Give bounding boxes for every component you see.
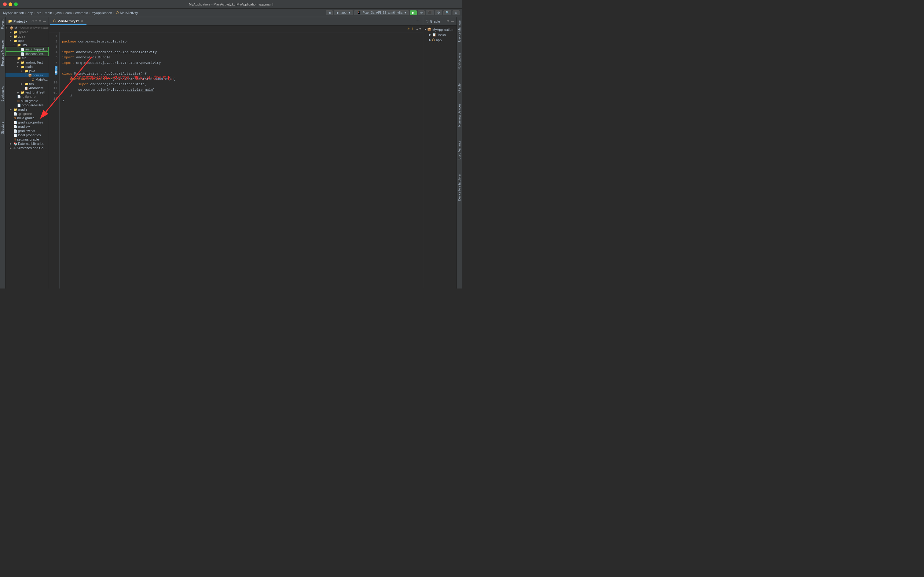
gradle-app-item[interactable]: ▶ ⬡ app [424, 37, 455, 42]
main-layout: Project Resource Manager Bookmarks Struc… [0, 17, 462, 288]
tree-item-idea[interactable]: ▶ 📁 .idea [5, 34, 48, 39]
gradle-myapplication[interactable]: ▾ 📦 MyApplication [424, 27, 455, 32]
build-variants-tab[interactable]: Build Variants [457, 139, 462, 162]
tree-item-myapplication[interactable]: ▾ 📦 MyApplication ~/Documents/workspace [5, 26, 48, 30]
search-button[interactable]: 🔍 [443, 10, 451, 15]
tree-item-androidtest[interactable]: ▶ 📁 androidTest [5, 60, 48, 64]
tree-item-buildgradle-root[interactable]: ⚙ build.gradle [5, 116, 48, 120]
tab-close-button[interactable]: ✕ [81, 19, 84, 23]
tree-item-proguard[interactable]: 📄 proguard-rules.pro [5, 103, 48, 107]
nav-back-button[interactable]: ◀ [326, 10, 333, 15]
tree-item-localprops[interactable]: 📄 local.properties [5, 133, 48, 137]
tab-mainactivity-label: MainActivity.kt [58, 19, 79, 23]
project-panel: 📁 Project ▾ ⟳ ≡ ⚙ — ▾ 📦 MyApplication ~/… [5, 17, 49, 288]
tree-label-app: app [18, 39, 24, 42]
code-editor-content[interactable]: package com.example.myapplication import… [60, 32, 423, 288]
project-tab-label[interactable]: Project [0, 17, 5, 31]
toolbar-btn-1[interactable]: ⟳ [418, 10, 425, 15]
tree-label-gradle: .gradle [18, 30, 28, 34]
running-devices-tab[interactable]: Running Devices [457, 101, 462, 129]
breadcrumb-src[interactable]: src [37, 11, 41, 15]
tree-item-gradlebat[interactable]: 📄 gradlew.bat [5, 129, 48, 133]
tree-item-libs[interactable]: ▾ 📁 libs [5, 43, 48, 47]
device-selector-button[interactable]: 📱 Pixel_3a_API_33_arm64-v8a ▾ [354, 10, 409, 15]
gradle-settings-icon[interactable]: ⚙ [446, 19, 449, 23]
tree-item-gradlew[interactable]: 📄 gradlew [5, 124, 48, 129]
tree-item-com-package[interactable]: ▾ 📦 com.example.myapplicati [5, 73, 48, 77]
gradle-tasks[interactable]: ▶ 📋 Tasks [424, 32, 455, 37]
run-config-button[interactable]: ▶ app ▾ [334, 10, 353, 15]
editor-area[interactable]: 1 2 3 4 5 6 7 8 9 10 11 12 13 package co… [49, 32, 423, 288]
minimize-panel-icon[interactable]: — [43, 19, 46, 23]
project-panel-title: Project [13, 19, 25, 23]
run-button[interactable]: ▶ [410, 10, 417, 15]
tree-item-androidmanifest[interactable]: 📋 AndroidManifest.xml [5, 86, 48, 90]
tree-item-res[interactable]: ▶ 📁 res [5, 82, 48, 86]
gradle-tasks-label: Tasks [437, 33, 446, 37]
resource-manager-tab-label[interactable]: Resource Manager [0, 38, 5, 68]
tree-item-gitignore-root[interactable]: 📄 .gitignore [5, 111, 48, 116]
device-manager-tab[interactable]: Device Manager [457, 17, 462, 44]
notifications-tab[interactable]: Notifications [457, 50, 462, 72]
tree-label-settingsgradle: settings.gradle [17, 137, 39, 141]
scroll-up-icon[interactable]: ▲ [415, 27, 419, 31]
breadcrumb-com[interactable]: com [65, 11, 72, 15]
tree-label-src: src [22, 56, 26, 60]
tree-label-gradlebat: gradlew.bat [18, 129, 35, 133]
breadcrumb-example[interactable]: example [75, 11, 88, 15]
gear-icon[interactable]: ⚙ [39, 19, 42, 23]
tree-item-gitignore-app[interactable]: 📄 .gitignore [5, 94, 48, 99]
bookmarks-tab-label[interactable]: Bookmarks [0, 84, 5, 104]
toolbar-btn-3[interactable]: ⚙ [435, 10, 442, 15]
breadcrumb-java[interactable]: java [56, 11, 62, 15]
tree-item-main[interactable]: ▾ 📁 main [5, 64, 48, 69]
breadcrumb-main[interactable]: main [45, 11, 52, 15]
tree-item-gradle[interactable]: ▶ 📁 .gradle [5, 30, 48, 34]
panel-header-icons: ⟳ ≡ ⚙ — [31, 19, 46, 23]
tree-item-java[interactable]: ▾ 📁 java [5, 69, 48, 73]
gradle-app-item-label: app [436, 38, 441, 42]
close-button[interactable] [3, 2, 7, 6]
tree-item-gradle-dir[interactable]: ▶ 📁 gradle [5, 107, 48, 111]
tree-label-extlibs: External Libraries [18, 142, 44, 145]
tree-item-extlibs[interactable]: ▶ 📚 External Libraries [5, 142, 48, 146]
gradle-expand-arrow: ▾ [424, 27, 426, 31]
sync-icon[interactable]: ⟳ [31, 19, 34, 23]
tree-item-scratches[interactable]: ▶ ✏ Scratches and Consoles [5, 146, 48, 150]
project-type-selector[interactable]: ▾ [26, 20, 27, 23]
gradle-side-tab[interactable]: Gradle [457, 81, 462, 95]
tree-item-settingsgradle[interactable]: ⚙ settings.gradle [5, 137, 48, 142]
tree-item-gradleprops[interactable]: 📄 gradle.properties [5, 120, 48, 124]
tree-item-buildgradle-app[interactable]: ⚙ build.gradle [5, 99, 48, 103]
tree-label-gitignore-root: .gitignore [18, 112, 32, 116]
gradle-minimize-icon[interactable]: — [451, 19, 454, 23]
minimize-button[interactable] [8, 2, 12, 6]
tree-label-androidmanifest: AndroidManifest.xml [29, 86, 48, 90]
tree-label-libcocos: libcocos2dx-debug.aar [25, 52, 48, 56]
tree-item-src[interactable]: ▾ 📁 src [5, 56, 48, 60]
tree-item-libcocos[interactable]: 📄 libcocos2dx-debug.aar [5, 52, 48, 56]
tree-item-test[interactable]: ▶ 📁 test [unitTest] [5, 90, 48, 94]
breadcrumb-myapplication[interactable]: MyApplication [3, 11, 24, 15]
breadcrumb-mainactivity[interactable]: MainActivity [120, 11, 138, 15]
traffic-lights[interactable] [3, 2, 18, 6]
toolbar-btn-2[interactable]: ⬛ [426, 10, 434, 15]
structure-tab-label[interactable]: Structure [0, 119, 5, 137]
breadcrumb-myapplication2[interactable]: myapplication [92, 11, 112, 15]
scroll-down-icon[interactable]: ▼ [419, 27, 422, 31]
tree-item-app[interactable]: ▾ 📁 app [5, 39, 48, 43]
breadcrumb-app[interactable]: app [27, 11, 33, 15]
device-file-explorer-tab[interactable]: Device File Explorer [457, 171, 462, 203]
tree-item-instantapp[interactable]: 📄 instantapp-debug.aar [5, 47, 48, 52]
gradle-tree: ▾ 📦 MyApplication ▶ 📋 Tasks ▶ ⬡ app [423, 26, 457, 288]
maximize-button[interactable] [14, 2, 18, 6]
collapse-icon[interactable]: ≡ [35, 19, 37, 23]
more-tabs-icon[interactable]: ⋯ [416, 19, 419, 23]
gradle-tasks-icon: 📋 [432, 33, 436, 37]
tree-label-buildgradle-root: build.gradle [17, 116, 35, 120]
settings-button[interactable]: ⚙ [452, 10, 460, 15]
tree-label-main: main [25, 65, 33, 68]
tree-item-mainactivity[interactable]: ⬡ MainActivity [5, 77, 48, 82]
tab-mainactivity[interactable]: ⬡ MainActivity.kt ✕ [50, 18, 87, 25]
tree-label-gradleprops: gradle.properties [18, 121, 43, 124]
